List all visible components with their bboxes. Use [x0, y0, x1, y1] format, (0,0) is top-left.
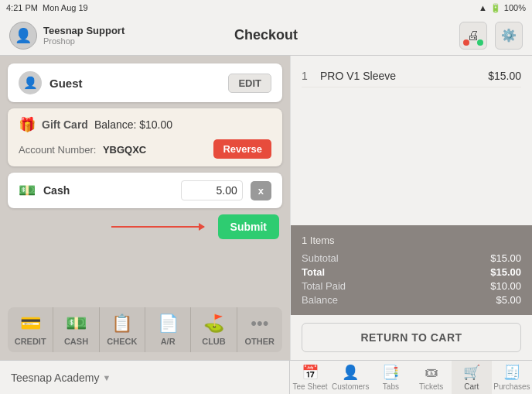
header: 👤 Teesnap Support Proshop Checkout 🖨 ⚙️	[0, 15, 532, 56]
red-dot	[463, 39, 469, 46]
check-label: CHECK	[107, 337, 137, 346]
other-label: OTHER	[245, 337, 275, 346]
tabs-icon: 📑	[382, 364, 399, 381]
account-info: Account Number: YBGQXC	[19, 142, 146, 156]
cart-item: 1 PRO V1 Sleeve $15.00	[302, 65, 521, 87]
green-dot	[477, 39, 483, 46]
gift-card-icon: 🎁	[19, 116, 36, 133]
subtotal-value: $15.00	[411, 252, 521, 264]
cart-label: Cart	[464, 382, 479, 391]
payment-methods: 💳 CREDIT 💵 CASH 📋 CHECK 📄 A/R ⛳ CLUB •••	[8, 307, 282, 352]
balance-value: $5.00	[411, 294, 521, 306]
tab-tabs[interactable]: 📑 Tabs	[370, 361, 411, 394]
tab-purchases[interactable]: 🧾 Purchases	[492, 361, 532, 394]
cash-pay-icon: 💵	[66, 313, 87, 334]
ar-icon: 📄	[158, 313, 179, 334]
cart-item-name: PRO V1 Sleeve	[317, 70, 488, 82]
tab-cart[interactable]: 🛒 Cart	[452, 361, 492, 394]
tab-tickets[interactable]: 🎟 Tickets	[411, 361, 452, 394]
gift-card-row: 🎁 Gift Card Balance: $10.00	[19, 116, 271, 133]
check-payment[interactable]: 📋 CHECK	[100, 307, 145, 352]
cash-payment[interactable]: 💵 CASH	[53, 307, 99, 352]
arrow-line	[111, 226, 204, 228]
club-payment[interactable]: ⛳ CLUB	[191, 307, 237, 352]
header-title: Checkout	[234, 27, 298, 43]
tickets-icon: 🎟	[425, 365, 438, 381]
guest-card: 👤 Guest EDIT	[8, 63, 282, 102]
cash-pay-label: CASH	[64, 337, 88, 346]
account-number: YBGQXC	[103, 144, 146, 156]
avatar: 👤	[9, 22, 37, 50]
right-panel: 1 PRO V1 Sleeve $15.00 1 Items Subtotal …	[290, 56, 532, 360]
status-bar: 4:21 PM Mon Aug 19 ▲ 🔋 100%	[0, 0, 532, 15]
summary-grid: Subtotal $15.00 Total $15.00 Total Paid …	[302, 252, 521, 306]
club-label: CLUB	[202, 337, 226, 346]
ar-label: A/R	[161, 337, 176, 346]
cart-item-qty: 1	[302, 70, 317, 82]
guest-name: Guest	[49, 77, 83, 90]
tab-right: 📅 Tee Sheet 👤 Customers 📑 Tabs 🎟 Tickets…	[290, 361, 532, 394]
edit-button[interactable]: EDIT	[228, 74, 271, 93]
submit-button[interactable]: Submit	[218, 214, 279, 239]
wifi-icon: ▲	[479, 3, 487, 12]
purchases-label: Purchases	[493, 382, 530, 391]
settings-button[interactable]: ⚙️	[495, 22, 523, 50]
cart-item-price: $15.00	[488, 70, 521, 82]
club-icon: ⛳	[203, 313, 224, 334]
header-proshop: Proshop	[43, 36, 124, 46]
battery-icon: 🔋	[490, 3, 501, 13]
return-to-cart-button[interactable]: RETURN TO CART	[302, 323, 521, 352]
total-paid-value: $10.00	[411, 280, 521, 292]
tee-sheet-label: Tee Sheet	[293, 382, 328, 391]
cash-label: Cash	[43, 184, 70, 197]
subtotal-label: Subtotal	[302, 252, 411, 264]
customers-label: Customers	[332, 382, 369, 391]
other-icon: •••	[251, 313, 268, 334]
main-content: 👤 Guest EDIT 🎁 Gift Card Balance: $10.00…	[0, 56, 532, 360]
tabs-label: Tabs	[383, 382, 399, 391]
battery-label: 100%	[504, 3, 526, 12]
check-icon: 📋	[111, 313, 132, 334]
gift-card-section: 🎁 Gift Card Balance: $10.00 Account Numb…	[8, 108, 282, 166]
cash-clear-button[interactable]: x	[251, 181, 271, 200]
cart-items: 1 PRO V1 Sleeve $15.00	[291, 56, 532, 225]
customers-icon: 👤	[342, 364, 359, 381]
tab-customers[interactable]: 👤 Customers	[330, 361, 370, 394]
guest-left: 👤 Guest	[19, 71, 83, 94]
print-button[interactable]: 🖨	[459, 22, 487, 50]
status-day: Mon Aug 19	[43, 3, 88, 12]
other-payment[interactable]: ••• OTHER	[237, 307, 282, 352]
reverse-button[interactable]: Reverse	[213, 139, 271, 159]
cash-row: 💵 Cash x	[19, 180, 271, 200]
account-row: Account Number: YBGQXC Reverse	[19, 139, 271, 159]
summary-item-count: 1 Items	[302, 235, 521, 246]
settings-icon: ⚙️	[501, 28, 517, 43]
tee-sheet-icon: 📅	[302, 364, 319, 381]
total-label: Total	[302, 266, 411, 278]
status-bar-left: 4:21 PM Mon Aug 19	[6, 3, 88, 12]
status-time: 4:21 PM	[6, 3, 38, 12]
cash-section: 💵 Cash x	[8, 173, 282, 208]
cash-icon: 💵	[19, 182, 36, 199]
credit-icon: 💳	[20, 313, 41, 334]
submit-row: Submit	[8, 214, 282, 239]
teesnap-label[interactable]: Teesnap Academy	[11, 372, 99, 384]
header-profile: 👤 Teesnap Support Proshop	[9, 22, 124, 50]
cash-input[interactable]	[181, 180, 243, 200]
tab-tee-sheet[interactable]: 📅 Tee Sheet	[290, 361, 330, 394]
summary-section: 1 Items Subtotal $15.00 Total $15.00 Tot…	[291, 225, 532, 315]
credit-payment[interactable]: 💳 CREDIT	[8, 307, 53, 352]
header-actions: 🖨 ⚙️	[459, 22, 523, 50]
guest-avatar: 👤	[19, 71, 42, 94]
header-user-info: Teesnap Support Proshop	[43, 25, 124, 46]
balance-label: Balance	[302, 294, 411, 306]
chevron-down-icon: ▼	[102, 373, 111, 382]
total-value: $15.00	[411, 266, 521, 278]
credit-label: CREDIT	[15, 337, 46, 346]
ar-payment[interactable]: 📄 A/R	[145, 307, 191, 352]
tab-bar-left: Teesnap Academy ▼	[0, 361, 290, 394]
gift-card-label: Gift Card	[42, 118, 88, 131]
tickets-label: Tickets	[419, 382, 443, 391]
gift-card-balance: Balance: $10.00	[94, 118, 172, 131]
status-bar-right: ▲ 🔋 100%	[479, 3, 526, 13]
